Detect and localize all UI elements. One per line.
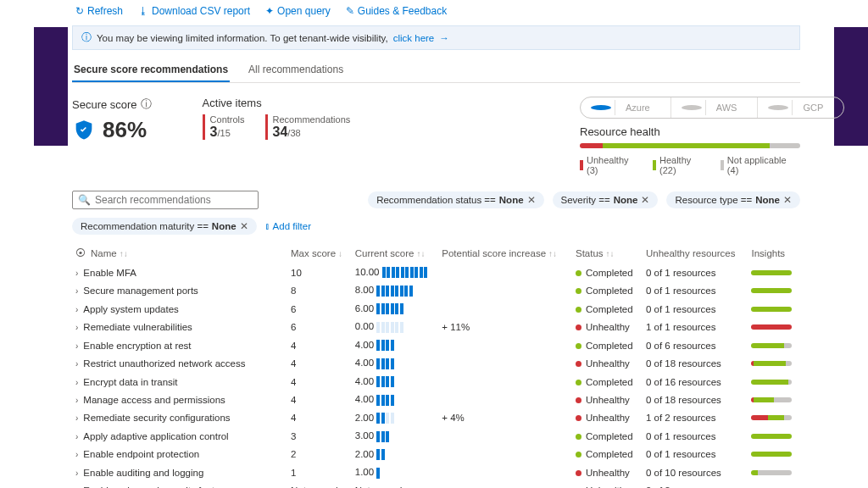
table-row[interactable]: ›Remediate security configurations42.00 … — [72, 409, 800, 427]
row-max-score: 6 — [291, 322, 296, 332]
filter-chip-severity[interactable]: Severity == None✕ — [553, 191, 659, 208]
legend-na: Not applicable (4) — [721, 155, 800, 175]
download-csv-button[interactable]: ⭳Download CSV report — [138, 5, 250, 17]
col-insights[interactable]: Insights — [748, 243, 800, 263]
cloud-gcp[interactable]: GCP — [757, 97, 843, 118]
cloud-aws[interactable]: AWS — [670, 97, 758, 118]
insight-bar — [751, 415, 792, 420]
table-row[interactable]: ›Manage access and permissions44.00 Unhe… — [72, 391, 800, 408]
add-filter-button[interactable]: ⫾Add filter — [265, 221, 311, 231]
expand-all-icon[interactable]: ⦿ — [75, 248, 86, 258]
table-row[interactable]: ›Enable MFA1010.00 Completed0 of 1 resou… — [72, 263, 800, 281]
table-row[interactable]: ›Apply adaptive application control33.00… — [72, 427, 800, 445]
row-unhealthy-resources: 0 of 1 resources — [646, 268, 715, 278]
row-current-score: 8.00 — [355, 285, 374, 295]
filter-chip-maturity[interactable]: Recommendation maturity == None✕ — [72, 218, 257, 235]
row-name: Secure management ports — [83, 286, 198, 296]
sort-icon[interactable]: ↑↓ — [606, 249, 615, 258]
table-row[interactable]: ›Restrict unauthorized network access44.… — [72, 354, 800, 372]
col-status-label: Status — [576, 248, 604, 258]
table-row[interactable]: ›Enable endpoint protection22.00 Complet… — [72, 446, 800, 463]
tab-secure-score[interactable]: Secure score recommendations — [72, 58, 230, 82]
insight-bar — [751, 361, 792, 366]
resource-health-bar — [580, 143, 800, 148]
chevron-right-icon[interactable]: › — [75, 286, 78, 296]
info-banner-link[interactable]: click here — [393, 33, 435, 43]
chevron-right-icon[interactable]: › — [75, 305, 78, 314]
chevron-right-icon[interactable]: › — [75, 432, 78, 441]
row-max-score: 4 — [291, 395, 296, 405]
col-unhealthy-label: Unhealthy resources — [646, 248, 735, 258]
search-input-field[interactable] — [95, 194, 253, 206]
chevron-right-icon[interactable]: › — [75, 378, 78, 387]
row-name: Enable enhanced security features — [83, 485, 233, 488]
row-status: Completed — [586, 377, 633, 387]
sort-icon[interactable]: ↑↓ — [416, 249, 425, 258]
chevron-right-icon[interactable]: › — [75, 413, 78, 423]
cloud-aws-label: AWS — [705, 100, 748, 115]
row-max-score: 4 — [291, 341, 296, 351]
chevron-right-icon[interactable]: › — [75, 450, 78, 459]
close-icon[interactable]: ✕ — [641, 194, 649, 206]
tab-all-recommendations[interactable]: All recommendations — [247, 58, 345, 82]
chevron-right-icon[interactable]: › — [75, 469, 78, 478]
table-row[interactable]: ›Enable enhanced security featuresNot sc… — [72, 482, 800, 488]
refresh-label: Refresh — [87, 5, 123, 17]
filter-type-label: Resource type == — [675, 195, 752, 205]
table-row[interactable]: ›Secure management ports88.00 Completed0… — [72, 281, 800, 299]
info-icon[interactable]: ⓘ — [141, 97, 152, 112]
filter-chip-type[interactable]: Resource type == None✕ — [666, 191, 800, 208]
col-current[interactable]: Current score↑↓ — [352, 243, 439, 263]
arrow-right-icon: → — [439, 33, 449, 43]
chevron-right-icon[interactable]: › — [75, 269, 78, 278]
sort-icon[interactable]: ↓ — [338, 249, 342, 258]
status-dot-icon — [576, 397, 581, 403]
chevron-right-icon[interactable]: › — [75, 323, 78, 332]
row-unhealthy-resources: 0 of 1 resources — [646, 304, 715, 314]
guides-feedback-button[interactable]: ✎Guides & Feedback — [346, 5, 447, 17]
secure-score-block: Secure scoreⓘ 86% — [72, 97, 152, 143]
table-row[interactable]: ›Remediate vulnerabilities60.00 + 11%Unh… — [72, 318, 800, 336]
close-icon[interactable]: ✕ — [783, 194, 792, 206]
filter-maturity-label: Recommendation maturity == — [81, 221, 209, 231]
filter-status-label: Recommendation status == — [376, 195, 496, 205]
table-row[interactable]: ›Apply system updates66.00 Completed0 of… — [72, 300, 800, 318]
cloud-azure-label: Azure — [615, 100, 660, 115]
open-query-button[interactable]: ✦Open query — [265, 5, 331, 17]
row-name: Apply adaptive application control — [83, 431, 228, 441]
score-bar — [382, 267, 428, 278]
filter-severity-label: Severity == — [561, 195, 610, 205]
chevron-right-icon[interactable]: › — [75, 341, 78, 351]
status-dot-icon — [576, 307, 581, 313]
chevron-right-icon[interactable]: › — [75, 396, 78, 405]
sort-icon[interactable]: ↑↓ — [548, 249, 557, 258]
col-potential[interactable]: Potential score increase↑↓ — [438, 243, 572, 263]
cloud-azure[interactable]: Azure — [581, 97, 670, 118]
row-name: Enable auditing and logging — [83, 468, 203, 478]
shield-icon — [72, 119, 96, 142]
row-current-score: 6.00 — [355, 303, 374, 313]
row-unhealthy-resources: 1 of 2 resources — [646, 413, 715, 423]
row-current-score: 4.00 — [355, 394, 374, 404]
chevron-right-icon[interactable]: › — [75, 359, 78, 369]
table-row[interactable]: ›Encrypt data in transit44.00 Completed0… — [72, 373, 800, 391]
table-row[interactable]: ›Enable auditing and logging11.00 Unheal… — [72, 463, 800, 481]
col-max[interactable]: Max score↓ — [287, 243, 352, 263]
refresh-button[interactable]: ↻Refresh — [75, 5, 123, 17]
row-potential: + 11% — [442, 322, 470, 332]
status-dot-icon — [576, 434, 581, 440]
sort-icon[interactable]: ↑↓ — [120, 249, 128, 258]
insight-bar — [751, 380, 792, 385]
filter-chip-status[interactable]: Recommendation status == None✕ — [368, 191, 543, 208]
recommendations-label: Recommendations — [273, 114, 351, 125]
search-input[interactable]: 🔍 — [72, 191, 259, 209]
close-icon[interactable]: ✕ — [527, 194, 536, 206]
col-status[interactable]: Status↑↓ — [572, 243, 643, 263]
close-icon[interactable]: ✕ — [240, 220, 248, 232]
open-query-label: Open query — [277, 5, 331, 17]
controls-label: Controls — [210, 114, 245, 125]
col-name[interactable]: ⦿Name↑↓ — [72, 243, 287, 263]
table-row[interactable]: ›Enable encryption at rest44.00 Complete… — [72, 336, 800, 354]
row-max-score: 10 — [291, 268, 302, 278]
col-unhealthy[interactable]: Unhealthy resources — [643, 243, 748, 263]
